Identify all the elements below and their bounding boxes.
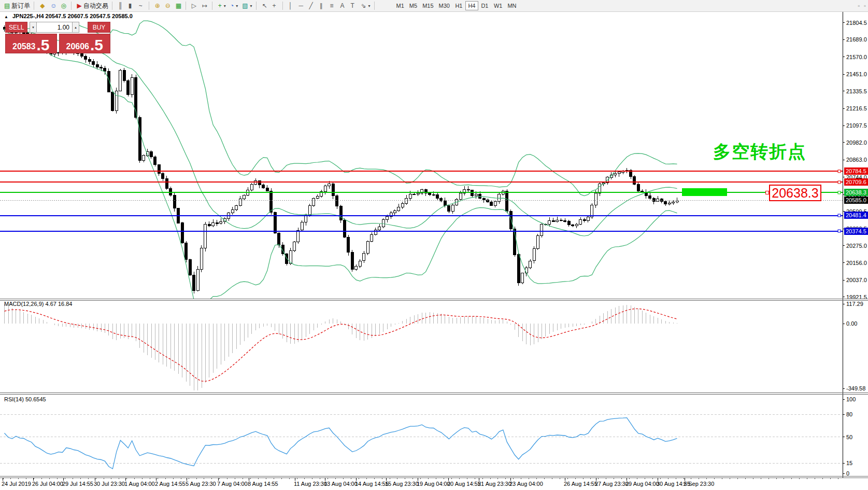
timeframe-m5-button[interactable]: M5 — [407, 1, 420, 10]
rsi-tick-label: 15 — [846, 460, 852, 466]
candle-body — [312, 198, 315, 205]
toolbar-separator — [374, 2, 377, 10]
toolbar-separator — [112, 2, 115, 10]
zoom-in-button[interactable]: ⊕ — [153, 1, 163, 11]
candle-body — [301, 222, 303, 230]
symbol-ohlc-title: JPN225-,H4 20547.5 20607.5 20547.5 20585… — [12, 13, 133, 19]
sell-button[interactable]: SELL — [5, 22, 27, 33]
text-label-button[interactable]: T — [349, 1, 359, 11]
candle-body — [467, 189, 469, 190]
line-chart-button[interactable]: ~ — [137, 1, 147, 11]
time-label: 1 Aug 04:00 — [124, 481, 155, 487]
volume-decrease-button[interactable]: ▼ — [30, 22, 37, 33]
signal-button[interactable]: ◎ — [59, 1, 69, 11]
price-axis: 21804.521689.021570.021451.021335.521216… — [843, 11, 867, 478]
timeframe-m15-button[interactable]: M15 — [420, 1, 436, 10]
price-tick-label: 21451.0 — [846, 71, 867, 77]
timeframe-h4-button[interactable]: H4 — [465, 1, 478, 10]
eraser-button[interactable]: ◆ — [38, 1, 48, 11]
macd-pane[interactable] — [5, 304, 677, 390]
candlestick-chart-button[interactable]: ▮ — [126, 1, 137, 11]
price-tick-label: 21216.5 — [846, 105, 867, 111]
price-callout-box[interactable]: 20638.3 — [769, 185, 821, 201]
highlight-rectangle[interactable] — [682, 188, 727, 196]
arrows-button[interactable]: ⇘▾ — [359, 1, 373, 11]
turning-point-annotation[interactable]: 多空转折点 — [713, 140, 806, 164]
text-button[interactable]: A — [338, 1, 349, 11]
toolbar-overflow-icon[interactable]: ▫ — [864, 3, 866, 9]
vertical-line-button[interactable]: │ — [287, 1, 297, 11]
volume-increase-button[interactable]: ▲ — [72, 22, 79, 33]
price-tick-label: 20037.0 — [846, 277, 867, 283]
timeframe-m30-button[interactable]: M30 — [436, 1, 452, 10]
candle-body — [668, 203, 671, 204]
buy-price-button[interactable]: 20606 .5 — [59, 34, 111, 53]
timeframe-h1-button[interactable]: H1 — [452, 1, 465, 10]
time-label: 11 Aug 23:30 — [294, 481, 327, 487]
candle-body — [324, 186, 326, 192]
collapse-panel-icon[interactable]: ▲ — [4, 15, 8, 19]
price-line-badge: 20784.5 — [844, 167, 868, 175]
candle-body — [185, 243, 188, 260]
candles-layer[interactable] — [3, 25, 678, 293]
candle-body — [88, 60, 91, 62]
horizontal-line-button[interactable]: ─ — [297, 1, 307, 11]
auto-trading-button[interactable]: ▶ 自动交易 — [75, 1, 110, 11]
timeframe-d1-button[interactable]: D1 — [478, 1, 491, 10]
time-label: 7 Aug 04:00 — [217, 481, 248, 487]
bollinger-bands-layer — [5, 21, 677, 309]
candle-body — [637, 185, 639, 191]
candle-body — [479, 194, 481, 198]
rsi-pane[interactable] — [0, 414, 843, 469]
rsi-tick-label: 80 — [846, 411, 852, 417]
candle-body — [397, 207, 400, 211]
top-toolbar: ▤ 新订单 ◆ ☺ ◎ ▶ 自动交易 ║ ▮ ~ ⊕ ⊖ ▦ ▷ ↦ +▾ ◔▾… — [0, 0, 868, 12]
channel-button[interactable]: ∥ — [318, 1, 328, 11]
price-tick-label: 21570.0 — [846, 54, 867, 60]
candle-body — [664, 201, 667, 204]
candle-body — [618, 172, 620, 173]
timeframe-w1-button[interactable]: W1 — [491, 1, 505, 10]
trendline-button[interactable]: ╱ — [307, 1, 318, 11]
candle-body — [672, 202, 675, 203]
auto-scroll-button[interactable]: ▷ — [190, 1, 200, 11]
tile-windows-button[interactable]: ▦ — [174, 1, 184, 11]
time-label: 2 Aug 14:55 — [155, 481, 186, 487]
timeframe-m1-button[interactable]: M1 — [394, 1, 407, 10]
time-label: 29 Aug 04:00 — [625, 481, 659, 487]
horizontal-line-icon: ─ — [299, 3, 304, 9]
candle-body — [127, 80, 130, 94]
indicators-button[interactable]: +▾ — [216, 1, 228, 11]
macd-tick-label: 0.00 — [846, 320, 857, 327]
new-order-button[interactable]: ▤ 新订单 — [2, 1, 32, 11]
chart-area[interactable]: 21804.521689.021570.021451.021335.521216… — [0, 0, 868, 490]
time-axis[interactable]: 24 Jul 201926 Jul 04:0029 Jul 14:5530 Ju… — [2, 478, 838, 487]
candle-body — [572, 225, 574, 226]
candle-body — [80, 53, 83, 56]
profile-button[interactable]: ☺ — [48, 1, 59, 11]
buy-button[interactable]: BUY — [88, 22, 110, 33]
candle-body — [270, 191, 273, 213]
volume-input[interactable] — [37, 22, 72, 33]
zoom-out-button[interactable]: ⊖ — [163, 1, 174, 11]
candle-body — [560, 220, 562, 221]
sell-price-button[interactable]: 20583 .5 — [5, 34, 57, 53]
chart-title-bar: ▲ JPN225-,H4 20547.5 20607.5 20547.5 205… — [4, 13, 133, 19]
cursor-button[interactable]: ↖ — [260, 1, 271, 11]
templates-button[interactable]: ▧▾ — [240, 1, 254, 11]
candle-body — [548, 220, 551, 224]
candle-body — [529, 261, 532, 268]
toolbar-overflow-icon[interactable]: ▫ — [858, 3, 860, 9]
fibonacci-button[interactable]: ≡ — [328, 1, 338, 11]
auto-trading-label: 自动交易 — [83, 2, 108, 10]
time-label: 26 Aug 14:55 — [564, 481, 597, 487]
chart-shift-button[interactable]: ↦ — [200, 1, 210, 11]
candle-body — [556, 220, 559, 221]
periods-button[interactable]: ◔▾ — [228, 1, 240, 11]
candle-body — [429, 193, 431, 194]
crosshair-button[interactable]: + — [271, 1, 281, 11]
indicators-icon: + — [218, 3, 222, 9]
bar-chart-button[interactable]: ║ — [116, 1, 126, 11]
candle-body — [111, 92, 114, 110]
timeframe-mn-button[interactable]: MN — [505, 1, 519, 10]
